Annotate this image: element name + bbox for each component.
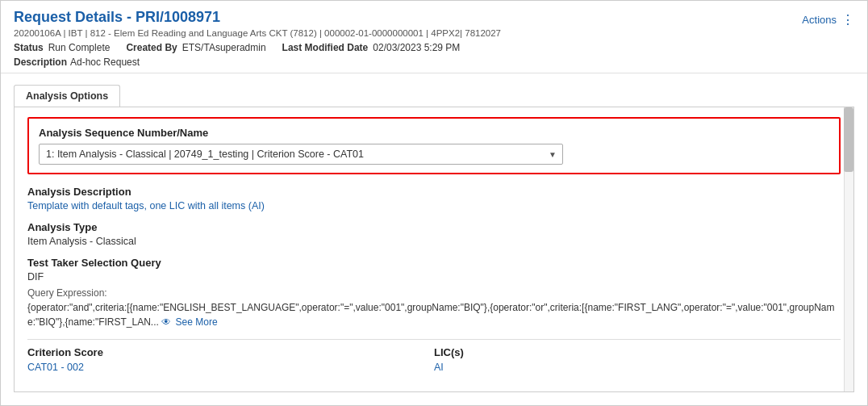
query-value: DIF: [27, 271, 841, 283]
sequence-dropdown-wrapper: 1: Item Analysis - Classical | 20749_1_t…: [39, 144, 563, 165]
sequence-title: Analysis Sequence Number/Name: [39, 127, 829, 139]
criterion-col: Criterion Score CAT01 - 002: [27, 346, 434, 373]
created-label: Created By: [126, 42, 177, 53]
sequence-dropdown[interactable]: 1: Item Analysis - Classical | 20749_1_t…: [39, 144, 563, 165]
query-expression-label: Query Expression:: [27, 287, 841, 299]
page-title: Request Details - PRI/1008971: [14, 9, 501, 26]
lic-value: AI: [434, 362, 841, 373]
page-wrapper: Request Details - PRI/1008971 20200106A …: [0, 0, 868, 406]
analysis-description-section: Analysis Description Template with defau…: [27, 186, 841, 211]
header-bar: Request Details - PRI/1008971 20200106A …: [1, 1, 867, 73]
content-area: Analysis Sequence Number/Name 1: Item An…: [14, 107, 854, 392]
scrollbar-thumb[interactable]: [844, 107, 853, 172]
query-text-content: {operator:"and",criteria:[{name:"ENGLISH…: [27, 302, 835, 328]
description-row: Description Ad-hoc Request: [14, 57, 501, 68]
tab-bar: Analysis Options: [1, 78, 867, 107]
type-value: Item Analysis - Classical: [27, 236, 841, 247]
actions-button[interactable]: Actions: [802, 14, 837, 26]
analysis-type-section: Analysis Type Item Analysis - Classical: [27, 221, 841, 247]
lic-col: LIC(s) AI: [434, 346, 841, 373]
header-left: Request Details - PRI/1008971 20200106A …: [14, 9, 501, 68]
criterion-row: Criterion Score CAT01 - 002 LIC(s) AI: [27, 339, 841, 373]
modified-label: Last Modified Date: [282, 42, 369, 53]
status-value: Run Complete: [48, 42, 111, 53]
status-label: Status: [14, 42, 44, 53]
tab-analysis-options[interactable]: Analysis Options: [14, 85, 120, 107]
description-value: Ad-hoc Request: [70, 57, 140, 68]
scrollbar-track[interactable]: [844, 107, 853, 391]
query-expression-text: {operator:"and",criteria:[{name:"ENGLISH…: [27, 300, 841, 329]
description-label: Description: [14, 57, 67, 68]
see-more-link[interactable]: See More: [176, 316, 218, 328]
analysis-sequence-section: Analysis Sequence Number/Name 1: Item An…: [27, 117, 841, 174]
query-section: Test Taker Selection Query DIF Query Exp…: [27, 257, 841, 329]
modified-value: 02/03/2023 5:29 PM: [373, 42, 460, 53]
lic-title: LIC(s): [434, 346, 841, 358]
eye-icon: 👁: [161, 316, 171, 328]
query-title: Test Taker Selection Query: [27, 257, 841, 269]
actions-menu-icon[interactable]: ⋮: [841, 12, 854, 27]
query-expression-block: Query Expression: {operator:"and",criter…: [27, 287, 841, 329]
description-section-title: Analysis Description: [27, 186, 841, 198]
criterion-title: Criterion Score: [27, 346, 434, 358]
header-right: Actions ⋮: [802, 9, 854, 27]
criterion-value: CAT01 - 002: [27, 362, 434, 373]
created-value: ETS/TAsuperadmin: [182, 42, 266, 53]
tab-analysis-options-label: Analysis Options: [26, 90, 108, 102]
description-section-value[interactable]: Template with default tags, one LIC with…: [27, 200, 841, 211]
type-title: Analysis Type: [27, 221, 841, 233]
breadcrumb: 20200106A | IBT | 812 - Elem Ed Reading …: [14, 28, 501, 38]
meta-row: Status Run Complete Created By ETS/TAsup…: [14, 42, 501, 53]
